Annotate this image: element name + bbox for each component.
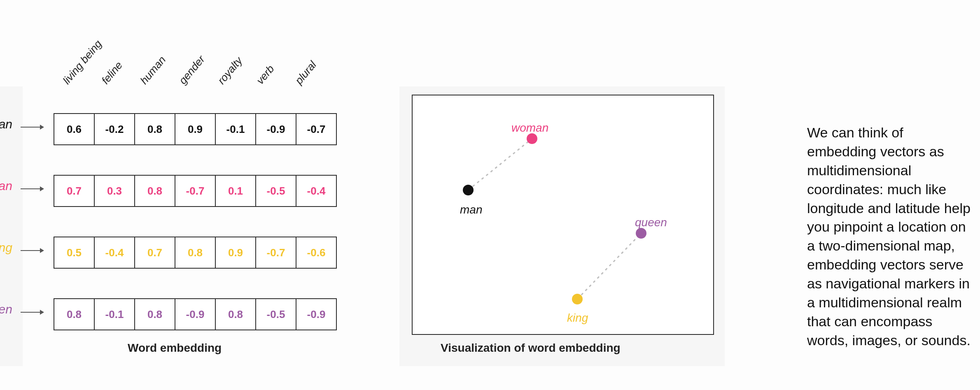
column-header: gender [176,53,208,87]
column-header: royalty [215,54,245,87]
word-label-king: king [0,241,12,255]
embedding-cell: -0.7 [255,237,296,269]
embedding-cell: 0.8 [134,113,175,145]
arrow-icon [21,188,43,189]
viz-dot-queen [636,228,646,239]
viz-label-man: man [460,203,482,216]
arrow-icon [21,250,43,251]
embedding-cell: 0.7 [134,237,175,269]
arrow-icon [21,312,43,313]
column-header: plural [292,58,319,87]
embedding-cells: 0.8-0.10.8-0.90.8-0.5-0.9 [54,298,337,330]
viz-label-woman: woman [511,121,548,135]
embedding-cells: 0.6-0.20.80.9-0.1-0.9-0.7 [54,113,337,145]
embedding-cell: -0.1 [94,298,135,330]
viz-lines [413,95,713,334]
embedding-cell: -0.7 [296,113,337,145]
arrow-icon [21,127,43,128]
viz-dot-king [572,294,583,304]
diagram-stage: living beingfelinehumangenderroyaltyverb… [0,0,980,390]
viz-line [577,233,641,299]
viz-dot-woman [527,133,537,144]
table-row-woman: woman0.70.30.8-0.70.1-0.5-0.4 [0,175,379,208]
embedding-cell: 0.8 [175,237,216,269]
embedding-cell: -0.9 [296,298,337,330]
embedding-cell: 0.9 [215,237,256,269]
embedding-cell: -0.9 [255,113,296,145]
embedding-cell: 0.8 [134,175,175,207]
word-label-man: man [0,117,12,131]
embedding-cell: 0.5 [54,237,95,269]
embedding-cell: -0.2 [94,113,135,145]
viz-dot-man [463,185,474,195]
column-header: living being [60,37,104,87]
embedding-cell: -0.5 [255,298,296,330]
word-label-queen: queen [0,302,12,316]
embedding-cell: 0.1 [215,175,256,207]
caption-word-embedding: Word embedding [128,341,222,355]
embedding-cell: 0.3 [94,175,135,207]
embedding-cell: 0.7 [54,175,95,207]
table-row-man: man0.6-0.20.80.9-0.1-0.9-0.7 [0,113,379,146]
column-header: verb [254,63,277,87]
table-row-queen: queen0.8-0.10.8-0.90.8-0.5-0.9 [0,298,379,331]
embedding-cell: -0.1 [215,113,256,145]
embedding-cell: -0.6 [296,237,337,269]
embedding-cells: 0.70.30.8-0.70.1-0.5-0.4 [54,175,337,207]
caption-viz: Visualization of word embedding [441,341,621,355]
description-text: We can think of embedding vectors as mul… [807,123,972,350]
embedding-cell: -0.5 [255,175,296,207]
embedding-cell: -0.4 [296,175,337,207]
column-header: human [138,53,168,87]
column-headers: living beingfelinehumangenderroyaltyverb… [58,25,428,82]
embedding-cell: -0.4 [94,237,135,269]
viz-label-king: king [567,311,588,325]
embedding-cell: 0.8 [54,298,95,330]
embedding-cell: 0.8 [215,298,256,330]
viz-line [468,139,532,190]
column-header: feline [99,59,125,87]
embedding-cell: 0.6 [54,113,95,145]
embedding-cell: -0.7 [175,175,216,207]
embedding-cell: -0.9 [175,298,216,330]
viz-label-queen: queen [635,216,667,229]
table-row-king: king0.5-0.40.70.80.9-0.7-0.6 [0,237,379,269]
embedding-cells: 0.5-0.40.70.80.9-0.7-0.6 [54,237,337,269]
embedding-cell: 0.9 [175,113,216,145]
word-label-woman: woman [0,179,12,193]
viz-panel: manwomankingqueen [399,86,725,366]
viz-box: manwomankingqueen [412,95,714,335]
embedding-cell: 0.8 [134,298,175,330]
